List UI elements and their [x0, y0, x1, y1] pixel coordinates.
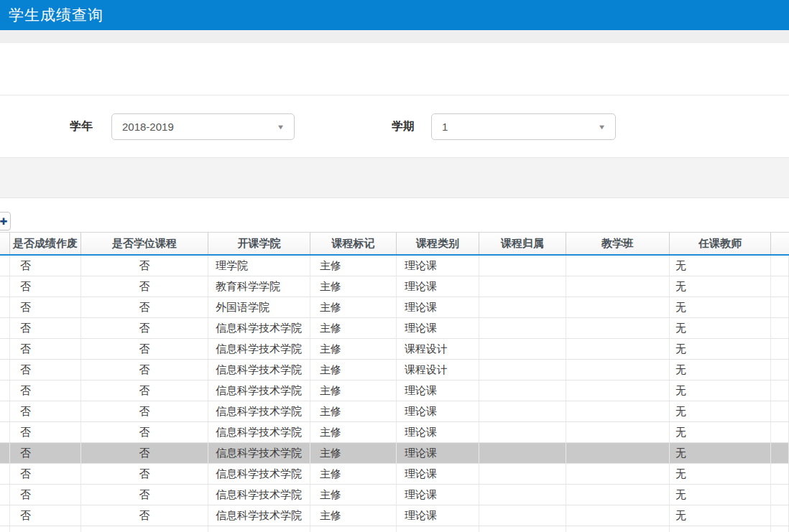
- year-select[interactable]: 2018-2019 ▼: [111, 113, 295, 140]
- table-row-selected[interactable]: 否否信息科学技术学院主修理论课无: [0, 443, 789, 464]
- column-header-college[interactable]: 开课学院: [208, 233, 310, 254]
- table-cell: 否: [81, 360, 208, 380]
- table-cell: [771, 256, 789, 276]
- table-cell: 否: [81, 401, 208, 421]
- table-row[interactable]: 否否信息科学技术学院主修理论课无: [0, 464, 789, 485]
- table-cell: 主修: [310, 485, 397, 505]
- table-cell: [566, 297, 670, 317]
- table-cell: [771, 339, 789, 359]
- column-header-class[interactable]: 教学班: [566, 233, 670, 254]
- year-label: 学年: [70, 119, 93, 134]
- table-cell: 主修: [310, 401, 397, 421]
- column-header-degree[interactable]: 是否学位课程: [81, 233, 208, 254]
- table-row[interactable]: 否否教育科学学院主修理论课无: [0, 276, 789, 297]
- column-header-teacher[interactable]: 任课教师: [670, 233, 771, 254]
- table-cell: 理论课: [397, 485, 479, 505]
- table-cell: [479, 443, 566, 463]
- table-cell: [0, 360, 10, 380]
- table-row[interactable]: 否否信息科学技术学院主修理论课无: [0, 318, 789, 339]
- table-cell: 无: [670, 505, 771, 526]
- table-cell: 否: [81, 276, 208, 297]
- column-header-edge-right[interactable]: [771, 233, 789, 254]
- table-cell: [670, 526, 771, 532]
- table-cell: 无: [670, 464, 771, 484]
- table-row[interactable]: 否否信息科学技术学院主修理论课无: [0, 505, 789, 526]
- table-cell: [208, 526, 310, 532]
- table-cell: 主修: [310, 318, 397, 338]
- table-cell: 教育科学学院: [208, 276, 310, 297]
- column-header-void[interactable]: 是否成绩作废: [10, 233, 81, 254]
- table-cell: [566, 526, 670, 532]
- column-header-mark[interactable]: 课程标记: [310, 233, 397, 254]
- table-cell: 否: [81, 505, 208, 526]
- table-cell: [479, 464, 566, 484]
- table-cell: [566, 256, 670, 276]
- table-cell: [479, 526, 566, 532]
- table-cell: [771, 443, 789, 463]
- table-cell: [566, 276, 670, 297]
- table-row[interactable]: 否否信息科学技术学院主修理论课无: [0, 381, 789, 401]
- grid-header-row: 是否成绩作废是否学位课程开课学院课程标记课程类别课程归属教学班任课教师: [0, 232, 789, 256]
- table-cell: 否: [10, 318, 81, 338]
- table-cell: 理论课: [397, 464, 479, 484]
- table-cell: 否: [81, 464, 208, 484]
- table-cell: [566, 318, 670, 338]
- table-row[interactable]: 否否外国语学院主修理论课无: [0, 297, 789, 318]
- chevron-down-icon: ▼: [277, 123, 285, 131]
- table-row[interactable]: 否否信息科学技术学院主修课程设计无: [0, 339, 789, 360]
- grid-body: 否否理学院主修理论课无否否教育科学学院主修理论课无否否外国语学院主修理论课无否否…: [0, 256, 789, 532]
- table-cell: 否: [10, 422, 81, 442]
- table-row[interactable]: 否否信息科学技术学院主修理论课无: [0, 485, 789, 505]
- table-cell: 无: [670, 381, 771, 401]
- grid-config-button[interactable]: ✚: [0, 212, 11, 230]
- table-cell: 否: [10, 339, 81, 359]
- table-cell: [479, 381, 566, 401]
- column-header-edge-left[interactable]: [0, 233, 10, 254]
- table-cell: 无: [670, 339, 771, 359]
- table-cell: 课程设计: [397, 360, 479, 380]
- term-select-value: 1: [442, 121, 599, 133]
- table-cell: [566, 464, 670, 484]
- table-row[interactable]: [0, 526, 789, 532]
- table-cell: 否: [10, 256, 81, 276]
- column-header-belong[interactable]: 课程归属: [479, 233, 566, 254]
- term-select[interactable]: 1 ▼: [431, 113, 616, 140]
- table-cell: 理论课: [397, 505, 479, 526]
- table-cell: 无: [670, 401, 771, 421]
- table-cell: [0, 443, 10, 463]
- table-cell: [479, 505, 566, 526]
- table-cell: 主修: [310, 256, 397, 276]
- table-cell: [566, 485, 670, 505]
- table-cell: [771, 381, 789, 401]
- table-row[interactable]: 否否理学院主修理论课无: [0, 256, 789, 276]
- table-cell: 无: [670, 318, 771, 338]
- table-cell: 无: [670, 485, 771, 505]
- year-select-value: 2018-2019: [122, 121, 277, 133]
- table-row[interactable]: 否否信息科学技术学院主修理论课无: [0, 422, 789, 443]
- chevron-down-icon: ▼: [598, 123, 606, 131]
- column-header-category[interactable]: 课程类别: [397, 233, 479, 254]
- table-cell: 否: [10, 297, 81, 317]
- section-divider: [0, 95, 789, 95]
- table-cell: [0, 485, 10, 505]
- table-cell: [479, 422, 566, 442]
- table-cell: [479, 276, 566, 297]
- table-cell: [397, 526, 479, 532]
- table-row[interactable]: 否否信息科学技术学院主修课程设计无: [0, 360, 789, 381]
- table-cell: [566, 401, 670, 421]
- table-row[interactable]: 否否信息科学技术学院主修理论课无: [0, 401, 789, 422]
- table-cell: 主修: [310, 422, 397, 442]
- table-cell: 理论课: [397, 381, 479, 401]
- table-cell: 否: [81, 422, 208, 442]
- table-cell: [479, 297, 566, 317]
- table-cell: 主修: [310, 464, 397, 484]
- table-cell: [771, 297, 789, 317]
- table-cell: [0, 526, 10, 532]
- table-cell: [771, 505, 789, 526]
- table-cell: [0, 464, 10, 484]
- table-cell: [566, 505, 670, 526]
- page-title: 学生成绩查询: [9, 5, 103, 25]
- table-cell: 否: [10, 360, 81, 380]
- table-cell: [0, 276, 10, 297]
- table-cell: 理论课: [397, 318, 479, 338]
